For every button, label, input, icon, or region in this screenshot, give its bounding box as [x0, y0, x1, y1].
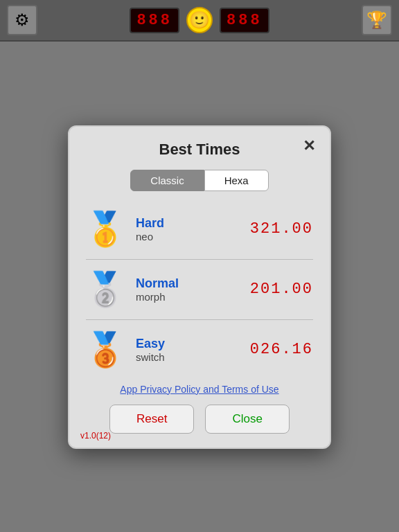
score-row-easy: 🥉 Easy switch 026.16 — [86, 326, 313, 374]
player-name-hard: neo — [136, 231, 243, 242]
tab-hexa[interactable]: Hexa — [204, 170, 269, 191]
reset-button[interactable]: Reset — [109, 405, 194, 434]
player-name-easy: switch — [136, 351, 243, 363]
modal-title: Best Times — [86, 141, 313, 159]
modal-overlay: Best Times ✕ Classic Hexa 🥇 Hard neo 321… — [0, 42, 399, 532]
tab-row: Classic Hexa — [86, 170, 313, 191]
settings-button[interactable]: ⚙ — [7, 5, 37, 35]
bronze-trophy-icon: 🥉 — [86, 326, 125, 374]
timer-right-display: 888 — [220, 8, 269, 33]
best-times-modal: Best Times ✕ Classic Hexa 🥇 Hard neo 321… — [68, 125, 331, 449]
score-info-normal: Normal morph — [136, 276, 243, 303]
timer-left-display: 888 — [130, 8, 179, 33]
score-row-normal: 🥈 Normal morph 201.00 — [86, 265, 313, 314]
action-buttons-row: Reset Close — [86, 405, 313, 434]
silver-trophy-icon: 🥈 — [86, 265, 125, 314]
trophy-icon: 🏆 — [366, 10, 387, 30]
player-name-normal: morph — [136, 291, 243, 303]
privacy-policy-link[interactable]: App Privacy Policy and Terms of Use — [86, 384, 313, 395]
score-time-normal: 201.00 — [243, 281, 313, 298]
top-bar: ⚙ 888 🙂 888 🏆 — [0, 0, 399, 42]
smiley-icon: 🙂 — [189, 10, 210, 30]
gear-icon: ⚙ — [15, 10, 30, 30]
close-button[interactable]: Close — [205, 405, 289, 434]
smiley-button[interactable]: 🙂 — [186, 7, 213, 33]
version-label: v1.0(12) — [80, 431, 111, 441]
difficulty-label-easy: Easy — [136, 337, 243, 351]
difficulty-label-hard: Hard — [136, 216, 243, 231]
close-icon-button[interactable]: ✕ — [298, 135, 320, 157]
trophy-button[interactable]: 🏆 — [362, 5, 392, 35]
gold-trophy-icon: 🥇 — [86, 205, 125, 254]
score-info-easy: Easy switch — [136, 337, 243, 363]
divider-1 — [86, 259, 313, 260]
score-info-hard: Hard neo — [136, 216, 243, 242]
tab-classic[interactable]: Classic — [130, 170, 204, 191]
divider-2 — [86, 319, 313, 320]
score-row-hard: 🥇 Hard neo 321.00 — [86, 205, 313, 254]
score-time-hard: 321.00 — [243, 220, 313, 238]
score-time-easy: 026.16 — [243, 341, 313, 358]
difficulty-label-normal: Normal — [136, 276, 243, 291]
